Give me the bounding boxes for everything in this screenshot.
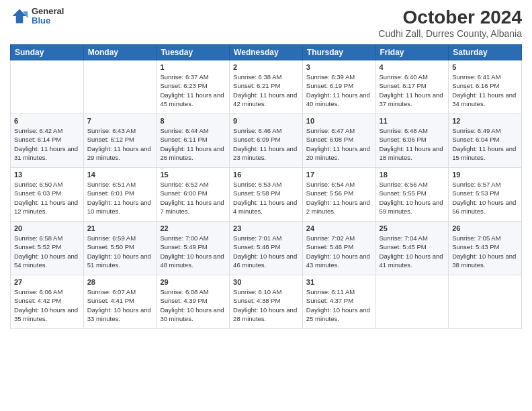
day-info: Sunrise: 7:02 AM Sunset: 5:46 PM Dayligh… — [306, 234, 372, 269]
day-info: Sunrise: 7:05 AM Sunset: 5:43 PM Dayligh… — [452, 234, 518, 269]
day-number: 6 — [14, 117, 80, 125]
table-row: 22Sunrise: 7:00 AM Sunset: 5:49 PM Dayli… — [157, 222, 230, 275]
table-row: 8Sunrise: 6:44 AM Sunset: 6:11 PM Daylig… — [157, 114, 230, 168]
day-number: 30 — [233, 278, 299, 286]
table-row: 30Sunrise: 6:10 AM Sunset: 4:38 PM Dayli… — [230, 275, 303, 329]
day-number: 13 — [14, 171, 80, 179]
day-number: 8 — [160, 117, 226, 125]
table-row: 13Sunrise: 6:50 AM Sunset: 6:03 PM Dayli… — [11, 168, 84, 222]
day-number: 26 — [452, 224, 518, 232]
day-number: 4 — [380, 63, 445, 71]
page: General Blue October 2024 Cudhi Zall, Du… — [0, 0, 532, 411]
calendar-week-4: 20Sunrise: 6:58 AM Sunset: 5:52 PM Dayli… — [11, 222, 522, 275]
day-info: Sunrise: 6:49 AM Sunset: 6:04 PM Dayligh… — [452, 126, 518, 162]
day-number: 18 — [380, 171, 445, 179]
day-info: Sunrise: 6:11 AM Sunset: 4:37 PM Dayligh… — [306, 287, 372, 323]
day-info: Sunrise: 6:46 AM Sunset: 6:09 PM Dayligh… — [233, 126, 299, 162]
location-title: Cudhi Zall, Durres County, Albania — [378, 28, 522, 39]
day-number: 7 — [87, 117, 153, 125]
table-row: 31Sunrise: 6:11 AM Sunset: 4:37 PM Dayli… — [302, 275, 375, 329]
day-number: 22 — [160, 224, 226, 232]
col-tuesday: Tuesday — [157, 45, 230, 60]
day-info: Sunrise: 6:06 AM Sunset: 4:42 PM Dayligh… — [14, 287, 80, 323]
table-row: 10Sunrise: 6:47 AM Sunset: 6:08 PM Dayli… — [302, 114, 375, 168]
table-row: 27Sunrise: 6:06 AM Sunset: 4:42 PM Dayli… — [11, 275, 84, 329]
day-number: 23 — [233, 224, 299, 232]
day-info: Sunrise: 6:58 AM Sunset: 5:52 PM Dayligh… — [14, 234, 80, 269]
day-info: Sunrise: 7:04 AM Sunset: 5:45 PM Dayligh… — [380, 234, 445, 269]
day-number: 27 — [14, 278, 80, 286]
month-title: October 2024 — [378, 7, 522, 28]
day-number: 24 — [306, 224, 372, 232]
day-info: Sunrise: 6:57 AM Sunset: 5:53 PM Dayligh… — [452, 180, 518, 216]
day-info: Sunrise: 7:01 AM Sunset: 5:48 PM Dayligh… — [233, 234, 299, 269]
day-info: Sunrise: 6:48 AM Sunset: 6:06 PM Dayligh… — [380, 126, 445, 162]
day-info: Sunrise: 6:37 AM Sunset: 6:23 PM Dayligh… — [160, 73, 226, 108]
day-info: Sunrise: 6:50 AM Sunset: 6:03 PM Dayligh… — [14, 180, 80, 216]
col-thursday: Thursday — [302, 45, 375, 60]
day-info: Sunrise: 6:43 AM Sunset: 6:12 PM Dayligh… — [87, 126, 153, 162]
day-number: 14 — [87, 171, 153, 179]
table-row: 19Sunrise: 6:57 AM Sunset: 5:53 PM Dayli… — [449, 168, 522, 222]
day-number: 19 — [452, 171, 518, 179]
logo-blue: Blue — [32, 16, 64, 26]
day-number: 21 — [87, 224, 153, 232]
table-row: 9Sunrise: 6:46 AM Sunset: 6:09 PM Daylig… — [230, 114, 303, 168]
day-info: Sunrise: 6:52 AM Sunset: 6:00 PM Dayligh… — [160, 180, 226, 216]
calendar-week-3: 13Sunrise: 6:50 AM Sunset: 6:03 PM Dayli… — [11, 168, 522, 222]
table-row: 14Sunrise: 6:51 AM Sunset: 6:01 PM Dayli… — [83, 168, 157, 222]
day-number: 11 — [380, 117, 445, 125]
table-row: 3Sunrise: 6:39 AM Sunset: 6:19 PM Daylig… — [302, 60, 375, 114]
calendar: Sunday Monday Tuesday Wednesday Thursday… — [10, 44, 522, 329]
table-row: 26Sunrise: 7:05 AM Sunset: 5:43 PM Dayli… — [449, 222, 522, 275]
table-row: 2Sunrise: 6:38 AM Sunset: 6:21 PM Daylig… — [230, 60, 303, 114]
col-sunday: Sunday — [11, 45, 84, 60]
day-info: Sunrise: 6:08 AM Sunset: 4:39 PM Dayligh… — [160, 287, 226, 323]
day-number: 1 — [160, 63, 226, 71]
day-number: 2 — [233, 63, 299, 71]
day-number: 31 — [306, 278, 372, 286]
day-info: Sunrise: 6:07 AM Sunset: 4:41 PM Dayligh… — [87, 287, 153, 323]
calendar-week-5: 27Sunrise: 6:06 AM Sunset: 4:42 PM Dayli… — [11, 275, 522, 329]
day-info: Sunrise: 6:47 AM Sunset: 6:08 PM Dayligh… — [306, 126, 372, 162]
table-row: 11Sunrise: 6:48 AM Sunset: 6:06 PM Dayli… — [375, 114, 449, 168]
table-row: 23Sunrise: 7:01 AM Sunset: 5:48 PM Dayli… — [230, 222, 303, 275]
logo: General Blue — [10, 7, 64, 26]
day-number: 15 — [160, 171, 226, 179]
table-row: 24Sunrise: 7:02 AM Sunset: 5:46 PM Dayli… — [302, 222, 375, 275]
col-friday: Friday — [375, 45, 449, 60]
day-number: 10 — [306, 117, 372, 125]
calendar-week-1: 1Sunrise: 6:37 AM Sunset: 6:23 PM Daylig… — [11, 60, 522, 114]
day-info: Sunrise: 6:41 AM Sunset: 6:16 PM Dayligh… — [452, 73, 518, 108]
day-info: Sunrise: 6:51 AM Sunset: 6:01 PM Dayligh… — [87, 180, 153, 216]
day-number: 12 — [452, 117, 518, 125]
table-row: 17Sunrise: 6:54 AM Sunset: 5:56 PM Dayli… — [302, 168, 375, 222]
table-row — [375, 275, 449, 329]
day-number: 5 — [452, 63, 518, 71]
table-row: 25Sunrise: 7:04 AM Sunset: 5:45 PM Dayli… — [375, 222, 449, 275]
logo-general: General — [32, 7, 64, 16]
day-number: 20 — [14, 224, 80, 232]
table-row — [449, 275, 522, 329]
col-saturday: Saturday — [449, 45, 522, 60]
table-row — [11, 60, 84, 114]
table-row: 12Sunrise: 6:49 AM Sunset: 6:04 PM Dayli… — [449, 114, 522, 168]
col-monday: Monday — [83, 45, 157, 60]
day-info: Sunrise: 6:40 AM Sunset: 6:17 PM Dayligh… — [380, 73, 445, 108]
table-row: 28Sunrise: 6:07 AM Sunset: 4:41 PM Dayli… — [83, 275, 157, 329]
day-number: 3 — [306, 63, 372, 71]
table-row: 18Sunrise: 6:56 AM Sunset: 5:55 PM Dayli… — [375, 168, 449, 222]
table-row: 5Sunrise: 6:41 AM Sunset: 6:16 PM Daylig… — [449, 60, 522, 114]
calendar-week-2: 6Sunrise: 6:42 AM Sunset: 6:14 PM Daylig… — [11, 114, 522, 168]
day-info: Sunrise: 6:38 AM Sunset: 6:21 PM Dayligh… — [233, 73, 299, 108]
table-row: 20Sunrise: 6:58 AM Sunset: 5:52 PM Dayli… — [11, 222, 84, 275]
table-row: 4Sunrise: 6:40 AM Sunset: 6:17 PM Daylig… — [375, 60, 449, 114]
table-row: 15Sunrise: 6:52 AM Sunset: 6:00 PM Dayli… — [157, 168, 230, 222]
day-info: Sunrise: 6:39 AM Sunset: 6:19 PM Dayligh… — [306, 73, 372, 108]
day-info: Sunrise: 6:56 AM Sunset: 5:55 PM Dayligh… — [380, 180, 445, 216]
logo-text: General Blue — [32, 7, 64, 26]
day-info: Sunrise: 6:54 AM Sunset: 5:56 PM Dayligh… — [306, 180, 372, 216]
svg-marker-0 — [13, 9, 27, 24]
day-number: 17 — [306, 171, 372, 179]
table-row: 29Sunrise: 6:08 AM Sunset: 4:39 PM Dayli… — [157, 275, 230, 329]
